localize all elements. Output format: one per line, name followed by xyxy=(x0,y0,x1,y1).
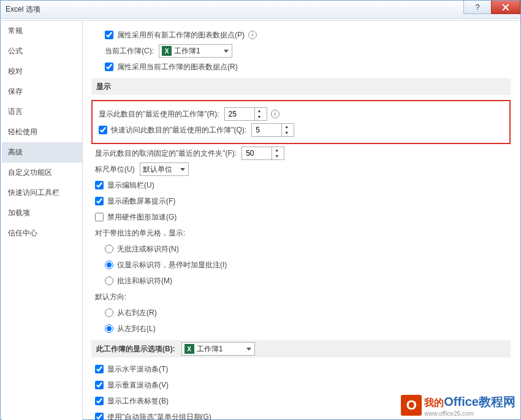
label-autofilter-group: 使用"自动筛选"菜单分组日期(G) xyxy=(107,412,211,421)
label-show-formula-bar: 显示编辑栏(U) xyxy=(107,180,154,191)
excel-options-window: Excel 选项 ? 常规 公式 校对 保存 语言 轻松使用 高级 自定义功能区… xyxy=(0,0,521,420)
info-icon[interactable]: i xyxy=(271,110,280,118)
spinner-up[interactable]: ▲ xyxy=(255,108,264,114)
checkbox-autofilter-group[interactable] xyxy=(95,413,104,420)
sidebar-item-addins[interactable]: 加载项 xyxy=(2,203,82,223)
label-recent-workbooks: 显示此数目的"最近使用的工作簿"(R): xyxy=(99,109,219,120)
sidebar-item-ease[interactable]: 轻松使用 xyxy=(2,122,82,142)
spinner-down[interactable]: ▼ xyxy=(255,114,264,120)
checkbox-chart-all-new[interactable] xyxy=(105,31,113,39)
label-rtl: 从右到左(R) xyxy=(117,308,157,318)
info-icon[interactable]: i xyxy=(248,31,257,39)
checkbox-quick-access-recent[interactable] xyxy=(99,126,107,134)
sidebar-item-formulas[interactable]: 公式 xyxy=(2,41,82,61)
input-recent-workbooks[interactable] xyxy=(225,108,254,120)
select-ruler-units[interactable]: 默认单位 xyxy=(140,162,189,176)
help-button[interactable]: ? xyxy=(463,1,492,14)
section-header-display: 显示 xyxy=(91,78,511,95)
label-current-workbook: 当前工作簿(C): xyxy=(105,46,154,56)
sidebar: 常规 公式 校对 保存 语言 轻松使用 高级 自定义功能区 快速访问工具栏 加载… xyxy=(2,21,83,420)
sidebar-item-customize-ribbon[interactable]: 自定义功能区 xyxy=(2,162,82,183)
watermark-url: www.office26.com xyxy=(424,410,515,417)
label-workbook-display-header: 此工作簿的显示选项(B): xyxy=(96,344,175,354)
section-header-workbook-display: 此工作簿的显示选项(B): X 工作簿1 xyxy=(91,340,511,357)
checkbox-v-scroll[interactable] xyxy=(95,381,104,389)
titlebar-buttons: ? xyxy=(464,1,520,18)
main-panel[interactable]: 属性采用所有新工作簿的图表数据点(P) i 当前工作簿(C): X 工作簿1 属… xyxy=(83,21,519,420)
radio-ltr[interactable] xyxy=(105,324,113,333)
watermark: O 我的Office教程网 www.office26.com xyxy=(401,394,515,417)
select-current-workbook[interactable]: X 工作簿1 xyxy=(159,44,232,58)
spinner-down[interactable]: ▼ xyxy=(282,130,291,136)
sidebar-item-save[interactable]: 保存 xyxy=(2,82,82,102)
office-logo-icon: O xyxy=(401,395,422,416)
excel-file-icon: X xyxy=(184,344,194,354)
checkbox-h-scroll[interactable] xyxy=(95,365,104,373)
select-workbook-display[interactable]: X 工作簿1 xyxy=(181,342,255,356)
sidebar-item-trust[interactable]: 信任中心 xyxy=(2,223,82,243)
radio-comments-and-indicator[interactable] xyxy=(105,277,113,285)
spinner-down[interactable]: ▼ xyxy=(272,153,281,159)
label-v-scroll: 显示垂直滚动条(V) xyxy=(107,380,169,391)
select-workbook-display-value: 工作簿1 xyxy=(197,344,223,354)
content-area: 常规 公式 校对 保存 语言 轻松使用 高级 自定义功能区 快速访问工具栏 加载… xyxy=(2,20,519,420)
checkbox-show-formula-bar[interactable] xyxy=(95,181,104,189)
label-comments-and-indicator: 批注和标识符(M) xyxy=(117,276,172,286)
label-ruler-units: 标尺单位(U) xyxy=(95,164,135,175)
sidebar-item-qat[interactable]: 快速访问工具栏 xyxy=(2,183,82,203)
label-no-comments: 无批注或标识符(N) xyxy=(117,244,179,254)
sidebar-item-language[interactable]: 语言 xyxy=(2,102,82,122)
spinner-up[interactable]: ▲ xyxy=(282,124,291,130)
label-chart-current: 属性采用当前工作簿的图表数据点(R) xyxy=(117,62,238,72)
label-ltr: 从左到右(L) xyxy=(117,324,156,334)
label-show-screentips: 显示函数屏幕提示(F) xyxy=(107,196,175,207)
label-indicator-only: 仅显示标识符，悬停时加显批注(I) xyxy=(117,260,227,270)
close-button[interactable] xyxy=(491,1,520,14)
input-quick-access-recent[interactable] xyxy=(252,124,281,136)
label-h-scroll: 显示水平滚动条(T) xyxy=(107,364,168,375)
highlighted-region: 显示此数目的"最近使用的工作簿"(R): ▲▼ i 快速访问此数目的"最近使用的… xyxy=(91,100,511,144)
sidebar-item-general[interactable]: 常规 xyxy=(2,21,82,41)
label-chart-all-new: 属性采用所有新工作簿的图表数据点(P) xyxy=(117,30,245,40)
spinner-up[interactable]: ▲ xyxy=(272,147,281,153)
label-recent-folders: 显示此数目的取消固定的"最近的文件夹"(F): xyxy=(95,148,237,159)
select-current-workbook-value: 工作簿1 xyxy=(174,46,200,56)
label-quick-access-recent: 快速访问此数目的"最近使用的工作簿"(Q): xyxy=(111,125,246,136)
checkbox-chart-current[interactable] xyxy=(105,63,113,71)
label-sheet-tabs: 显示工作表标签(B) xyxy=(107,396,169,407)
checkbox-disable-hw-accel[interactable] xyxy=(95,213,104,221)
radio-rtl[interactable] xyxy=(105,308,113,317)
excel-file-icon: X xyxy=(162,46,172,56)
spinner-recent-folders[interactable]: ▲▼ xyxy=(241,147,284,160)
sidebar-item-advanced[interactable]: 高级 xyxy=(2,142,82,162)
select-ruler-units-value: 默认单位 xyxy=(143,164,172,175)
window-title: Excel 选项 xyxy=(6,4,464,15)
label-direction-header: 默认方向: xyxy=(95,292,126,302)
titlebar: Excel 选项 ? xyxy=(1,1,520,19)
label-disable-hw-accel: 禁用硬件图形加速(G) xyxy=(107,212,177,223)
sidebar-item-proofing[interactable]: 校对 xyxy=(2,61,82,82)
radio-indicator-only[interactable] xyxy=(105,261,113,269)
radio-no-comments[interactable] xyxy=(105,245,113,253)
watermark-brand: 我的Office教程网 xyxy=(424,394,515,410)
label-comments-header: 对于带批注的单元格，显示: xyxy=(95,228,185,239)
checkbox-show-screentips[interactable] xyxy=(95,197,104,205)
spinner-quick-access-recent[interactable]: ▲▼ xyxy=(251,123,294,137)
spinner-recent-workbooks[interactable]: ▲▼ xyxy=(224,107,267,121)
checkbox-sheet-tabs[interactable] xyxy=(95,397,104,405)
input-recent-folders[interactable] xyxy=(242,147,272,159)
